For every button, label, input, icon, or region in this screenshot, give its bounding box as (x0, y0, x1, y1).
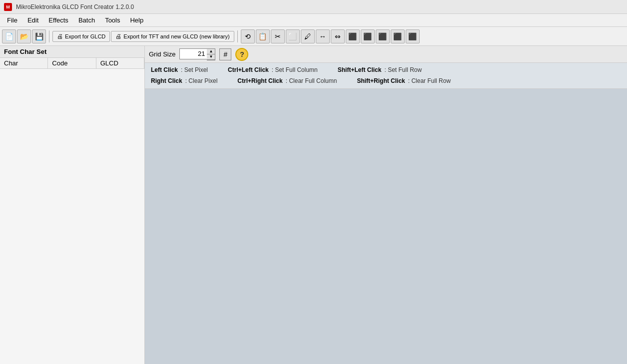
tb-icon-9[interactable]: ⬛ (361, 29, 375, 43)
tb-icon-4[interactable]: ⬜ (286, 29, 300, 43)
export-tft-btn[interactable]: 🖨 Export for TFT and new GLCD (new libra… (111, 31, 234, 42)
col-glcd: GLCD (96, 58, 144, 68)
main-layout: Font Char Set Char Code GLCD Grid Size ▲… (0, 46, 627, 364)
new-btn[interactable]: 📄 (2, 29, 16, 43)
col-code: Code (48, 58, 96, 68)
left-click-key: Left Click (151, 65, 178, 76)
shortcut-left-click: Left Click : Set Pixel (151, 65, 208, 76)
shortcut-right-click: Right Click : Clear Pixel (151, 76, 217, 87)
shortcut-ctrl-left: Ctrl+Left Click : Set Full Column (228, 65, 318, 76)
shortcut-row-1: Left Click : Set Pixel Ctrl+Left Click :… (151, 65, 621, 76)
tb-icon-1[interactable]: ⟲ (241, 29, 255, 43)
tb-icon-7[interactable]: ⇔ (331, 29, 345, 43)
grid-size-label: Grid Size (149, 50, 175, 58)
app-icon: M (4, 3, 12, 11)
right-click-key: Right Click (151, 76, 182, 87)
tb-icon-6[interactable]: ↔ (316, 29, 330, 43)
left-panel: Font Char Set Char Code GLCD (0, 46, 145, 364)
menu-tools[interactable]: Tools (100, 15, 125, 25)
export-tft-label: Export for TFT and new GLCD (new library… (123, 33, 229, 39)
left-panel-columns: Char Code GLCD (0, 58, 144, 69)
tb-icon-5[interactable]: 🖊 (301, 29, 315, 43)
ctrl-left-key: Ctrl+Left Click (228, 65, 269, 76)
grid-size-spinner[interactable]: ▲ ▼ (179, 48, 215, 60)
left-panel-header: Font Char Set (0, 46, 144, 58)
tb-icon-11[interactable]: ⬛ (391, 29, 405, 43)
tb-icon-3[interactable]: ✂ (271, 29, 285, 43)
toolbar: 📄 📂 💾 🖨 Export for GLCD 🖨 Export for TFT… (0, 27, 627, 46)
col-char: Char (0, 58, 48, 68)
shift-left-desc: : Set Full Row (384, 65, 422, 76)
menu-batch[interactable]: Batch (73, 15, 100, 25)
tb-icon-8[interactable]: ⬛ (346, 29, 360, 43)
grid-toggle-btn[interactable]: # (219, 48, 231, 60)
separator-2 (237, 30, 238, 42)
ctrl-right-desc: : Clear Full Column (286, 76, 337, 87)
tb-icon-12[interactable]: ⬛ (406, 29, 420, 43)
tb-icon-10[interactable]: ⬛ (376, 29, 390, 43)
shortcut-row-2: Right Click : Clear Pixel Ctrl+Right Cli… (151, 76, 621, 87)
left-click-desc: : Set Pixel (181, 65, 208, 76)
separator-1 (49, 30, 49, 42)
menu-help[interactable]: Help (125, 15, 148, 25)
menu-edit[interactable]: Edit (22, 15, 43, 25)
export-glcd-label: Export for GLCD (65, 33, 105, 39)
app-title: MikroElektronika GLCD Font Creator 1.2.0… (16, 3, 134, 10)
grid-size-bar: Grid Size ▲ ▼ # ? (145, 46, 627, 63)
shortcut-shift-left: Shift+Left Click : Set Full Row (338, 65, 422, 76)
shortcut-ctrl-right: Ctrl+Right Click : Clear Full Column (237, 76, 337, 87)
shift-left-key: Shift+Left Click (338, 65, 382, 76)
menu-bar: File Edit Effects Batch Tools Help (0, 14, 627, 27)
title-bar: M MikroElektronika GLCD Font Creator 1.2… (0, 0, 627, 14)
ctrl-right-key: Ctrl+Right Click (237, 76, 282, 87)
shift-right-key: Shift+Right Click (357, 76, 405, 87)
save-btn[interactable]: 💾 (32, 29, 46, 43)
shift-right-desc: : Clear Full Row (408, 76, 451, 87)
grid-size-up[interactable]: ▲ (207, 49, 215, 54)
tb-icon-2[interactable]: 📋 (256, 29, 270, 43)
export-glcd-btn[interactable]: 🖨 Export for GLCD (52, 31, 110, 42)
shortcuts-bar: Left Click : Set Pixel Ctrl+Left Click :… (145, 63, 627, 89)
grid-size-input[interactable] (179, 48, 207, 59)
shortcut-shift-right: Shift+Right Click : Clear Full Row (357, 76, 451, 87)
right-click-desc: : Clear Pixel (185, 76, 218, 87)
grid-size-down[interactable]: ▼ (207, 54, 215, 60)
menu-file[interactable]: File (2, 15, 22, 25)
help-btn[interactable]: ? (235, 48, 248, 61)
menu-effects[interactable]: Effects (43, 15, 73, 25)
open-btn[interactable]: 📂 (17, 29, 31, 43)
right-panel: Grid Size ▲ ▼ # ? Left Click : Set Pixel… (145, 46, 627, 364)
ctrl-left-desc: : Set Full Column (272, 65, 318, 76)
